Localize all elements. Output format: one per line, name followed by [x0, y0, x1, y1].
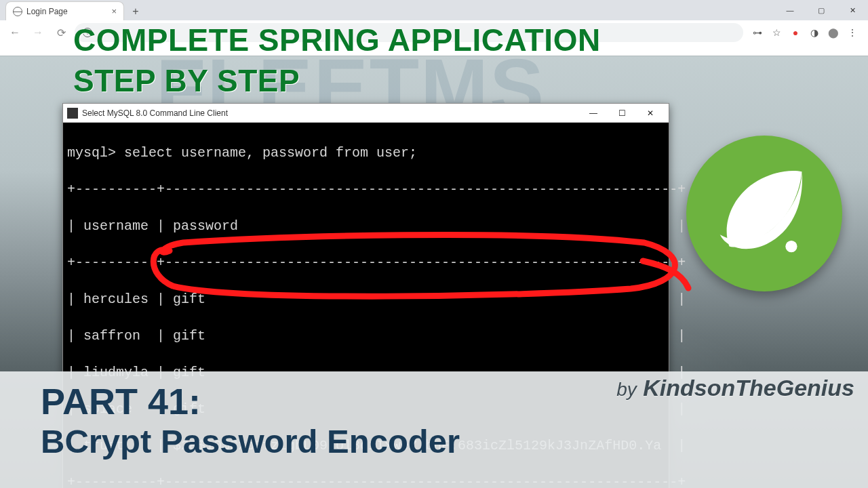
table-sep: +----------+----------------------------…: [67, 180, 665, 199]
avatar-icon[interactable]: ⬤: [827, 26, 840, 39]
forward-button[interactable]: →: [28, 23, 47, 42]
tab-close-icon[interactable]: ×: [111, 6, 117, 16]
ext-puzzle-icon[interactable]: ◑: [808, 26, 821, 39]
window-maximize-button[interactable]: ▢: [806, 0, 837, 20]
table-row: | saffron | gift |: [67, 327, 665, 345]
leaf-icon: [706, 155, 823, 272]
table-row: | hercules | gift |: [67, 290, 665, 308]
extensions-area: ⊶ ☆ ● ◑ ⬤ ⋮: [747, 26, 863, 39]
terminal-minimize-button[interactable]: —: [579, 104, 608, 122]
terminal-title-text: Select MySQL 8.0 Command Line Client: [82, 108, 228, 118]
star-icon[interactable]: ☆: [770, 26, 783, 39]
browser-titlebar: Login Page × + — ▢ ✕: [0, 0, 868, 20]
arrow-left-icon: ←: [9, 26, 20, 39]
part-number: PART 41:: [41, 382, 460, 421]
overlay-title-line1: COMPLETE SPRING APPLICATION: [73, 23, 601, 58]
table-headers: | username | password |: [67, 217, 665, 235]
new-tab-button[interactable]: +: [127, 3, 144, 20]
back-button[interactable]: ←: [5, 23, 24, 42]
byline-name: KindsonTheGenius: [643, 375, 854, 401]
terminal-titlebar[interactable]: Select MySQL 8.0 Command Line Client — ☐…: [63, 104, 669, 123]
globe-icon: [13, 7, 22, 16]
window-close-button[interactable]: ✕: [837, 0, 868, 20]
overlay-title-line2: STEP BY STEP: [73, 62, 300, 99]
browser-tab[interactable]: Login Page ×: [5, 1, 124, 20]
key-icon[interactable]: ⊶: [751, 26, 764, 39]
arrow-right-icon: →: [33, 26, 43, 39]
terminal-maximize-button[interactable]: ☐: [608, 104, 636, 122]
svg-point-0: [785, 241, 797, 252]
byline-by: by: [616, 379, 637, 400]
terminal-close-button[interactable]: ✕: [636, 104, 665, 122]
window-minimize-button[interactable]: —: [774, 0, 806, 20]
more-icon[interactable]: ⋮: [846, 26, 859, 39]
sql-prompt: mysql> select username, password from us…: [67, 144, 665, 162]
part-subtitle: BCrypt Password Encoder: [41, 422, 460, 460]
reload-button[interactable]: ⟳: [52, 23, 71, 42]
ext-dot-icon[interactable]: ●: [789, 26, 802, 39]
window-controls: — ▢ ✕: [774, 0, 868, 20]
spring-logo: [686, 136, 842, 291]
byline: by KindsonTheGenius: [616, 375, 854, 401]
terminal-icon: [67, 108, 78, 119]
table-sep: +----------+----------------------------…: [67, 253, 665, 272]
reload-icon: ⟳: [57, 26, 66, 39]
tab-title: Login Page: [26, 7, 68, 16]
